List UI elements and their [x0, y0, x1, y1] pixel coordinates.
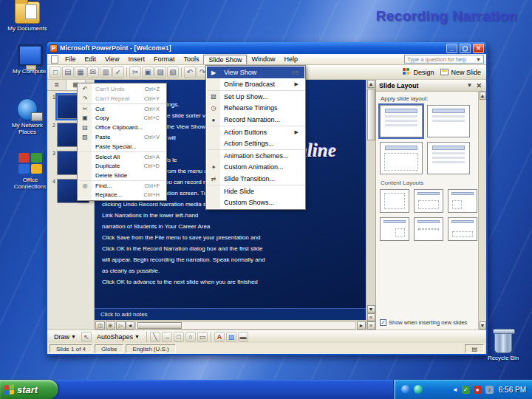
- menu-item-office-clipboard[interactable]: ▤Office Clipboard...: [78, 123, 166, 132]
- messenger-icon[interactable]: [401, 385, 410, 394]
- new-slide-button[interactable]: New Slide: [437, 68, 484, 77]
- scroll-thumb[interactable]: [367, 89, 375, 140]
- menu-item-slide-transition[interactable]: ⇄Slide Transition...: [207, 173, 304, 185]
- rectangle-tool-icon[interactable]: □: [174, 332, 184, 342]
- menu-item-paste-special[interactable]: Paste Special...: [78, 142, 166, 151]
- format-painter-icon[interactable]: ▧: [167, 66, 179, 78]
- menu-item-copy[interactable]: ▣CopyCtrl+C: [78, 113, 166, 123]
- maximize-button[interactable]: ▢: [460, 44, 471, 53]
- undo-icon[interactable]: ↶: [184, 66, 196, 78]
- layout-thumbnail[interactable]: [380, 217, 409, 241]
- font-color-icon[interactable]: A: [214, 332, 225, 342]
- autoshapes-menu-button[interactable]: AutoShapes ▼: [93, 332, 143, 341]
- save-icon[interactable]: ▦: [75, 66, 86, 78]
- copy-icon[interactable]: ▣: [142, 66, 154, 78]
- layout-thumbnail[interactable]: [427, 105, 470, 137]
- menu-slide-show[interactable]: Slide Show: [203, 55, 247, 64]
- oval-tool-icon[interactable]: ○: [185, 332, 196, 342]
- checkbox-checked-icon[interactable]: ✓: [380, 319, 386, 326]
- print-icon[interactable]: ▥: [100, 66, 112, 78]
- draw-menu-button[interactable]: Draw ▼: [50, 332, 80, 341]
- layout-thumbnail[interactable]: [380, 189, 409, 213]
- menu-item-paste[interactable]: ▨PasteCtrl+V: [78, 132, 166, 142]
- scroll-track[interactable]: [135, 321, 356, 330]
- menu-item-custom-animation[interactable]: ✦Custom Animation...: [207, 161, 304, 173]
- menu-item-hide-slide[interactable]: Hide Slide: [207, 185, 304, 197]
- menu-item-action-settings[interactable]: Action Settings...: [207, 137, 304, 149]
- layout-thumbnail[interactable]: [380, 105, 423, 137]
- menu-item-cant-repeat[interactable]: ↷Can't RepeatCtrl+Y: [78, 94, 166, 103]
- scroll-left-icon[interactable]: ◄: [126, 321, 134, 330]
- chevron-left-icon[interactable]: ◄: [452, 386, 458, 393]
- menu-tools[interactable]: Tools: [179, 55, 203, 64]
- notes-pane[interactable]: Click to add notes: [95, 308, 366, 320]
- normal-view-button[interactable]: ◫: [95, 321, 105, 330]
- menu-view[interactable]: View: [100, 55, 123, 64]
- menu-item-replace[interactable]: Replace...Ctrl+H: [78, 190, 166, 200]
- scroll-thumb[interactable]: [137, 322, 182, 329]
- email-icon[interactable]: ✉: [87, 66, 99, 78]
- layout-thumbnail[interactable]: [414, 217, 443, 241]
- new-icon[interactable]: □: [50, 66, 61, 78]
- desktop-icon-my-documents[interactable]: My Documents: [3, 1, 52, 32]
- paste-icon[interactable]: ▨: [154, 66, 166, 78]
- taskbar-clock[interactable]: 6:56 PM: [499, 386, 526, 394]
- line-tool-icon[interactable]: ╲: [150, 332, 160, 342]
- layout-thumbnail[interactable]: [427, 142, 470, 174]
- network-status-icon[interactable]: [414, 385, 423, 394]
- menu-item-record-narration[interactable]: ●Record Narration...: [207, 114, 304, 126]
- menu-item-cant-undo[interactable]: ↶Can't UndoCtrl+Z: [78, 84, 166, 94]
- layout-thumbnail[interactable]: [448, 189, 477, 213]
- scroll-up-icon[interactable]: ▲: [480, 92, 486, 100]
- menu-item-delete-slide[interactable]: Delete Slide: [78, 171, 166, 180]
- scroll-right-icon[interactable]: ►: [357, 321, 366, 330]
- tab-outline[interactable]: ≣: [47, 80, 66, 90]
- menu-item-online-broadcast[interactable]: Online Broadcast▶: [207, 78, 304, 90]
- menu-item-view-show[interactable]: ▶View ShowF5: [207, 66, 304, 78]
- slide-show-view-button[interactable]: ▷: [116, 321, 126, 330]
- menu-item-select-all[interactable]: Select AllCtrl+A: [78, 151, 166, 161]
- fill-color-icon[interactable]: ▨: [226, 332, 236, 342]
- title-bar[interactable]: P Microsoft PowerPoint - [Welcome1] _ ▢ …: [47, 42, 486, 54]
- menu-item-custom-shows[interactable]: Custom Shows...: [207, 197, 304, 208]
- arrow-tool-icon[interactable]: →: [162, 332, 172, 342]
- desktop-icon-my-network-places[interactable]: My Network Places: [3, 98, 52, 135]
- antivirus-icon[interactable]: ●: [474, 386, 482, 394]
- layout-thumbnail[interactable]: [380, 142, 423, 174]
- next-slide-button[interactable]: »: [367, 321, 375, 330]
- scroll-down-icon[interactable]: ▼: [480, 321, 486, 330]
- close-icon[interactable]: ✕: [474, 82, 483, 89]
- minimize-button[interactable]: _: [446, 44, 457, 53]
- cut-icon[interactable]: ✂: [129, 66, 141, 78]
- menu-item-duplicate[interactable]: DuplicateCtrl+D: [78, 161, 166, 171]
- menu-format[interactable]: Format: [149, 55, 180, 64]
- menu-item-animation-schemes[interactable]: Animation Schemes...: [207, 149, 304, 161]
- desktop-icon-recycle-bin[interactable]: Recycle Bin: [479, 331, 528, 361]
- menu-item-rehearse-timings[interactable]: ◷Rehearse Timings: [207, 102, 304, 114]
- line-color-icon[interactable]: ▬: [238, 332, 248, 342]
- menu-item-cut[interactable]: ✂CutCtrl+X: [78, 103, 166, 113]
- menu-insert[interactable]: Insert: [123, 55, 149, 64]
- previous-slide-button[interactable]: «: [367, 313, 375, 321]
- layout-thumbnail[interactable]: [448, 217, 477, 241]
- shield-icon[interactable]: ✓: [462, 386, 470, 394]
- select-arrow-icon[interactable]: ↖: [81, 332, 92, 342]
- volume-icon[interactable]: ♪: [485, 386, 494, 394]
- menu-edit[interactable]: Edit: [81, 55, 101, 64]
- spelling-icon[interactable]: ✓: [112, 66, 124, 78]
- open-icon[interactable]: ▤: [62, 66, 74, 78]
- start-button[interactable]: start: [0, 380, 58, 399]
- slide-sorter-view-button[interactable]: ⊞: [106, 321, 115, 330]
- menu-help[interactable]: Help: [279, 55, 302, 64]
- menu-item-set-up-show[interactable]: ▧Set Up Show...: [207, 90, 304, 102]
- close-button[interactable]: ✕: [473, 44, 484, 53]
- chevron-down-icon[interactable]: ▼: [465, 82, 475, 89]
- menu-file[interactable]: File: [61, 55, 81, 64]
- menu-window[interactable]: Window: [247, 55, 279, 64]
- scroll-up-icon[interactable]: ▲: [367, 80, 375, 88]
- question-help-input[interactable]: Type a question for help ▼: [404, 55, 484, 64]
- design-button[interactable]: Design: [400, 67, 437, 77]
- layout-thumbnail[interactable]: [414, 189, 443, 213]
- scroll-down-icon[interactable]: ▼: [367, 305, 375, 313]
- menu-item-find[interactable]: ◎Find...Ctrl+F: [78, 180, 166, 190]
